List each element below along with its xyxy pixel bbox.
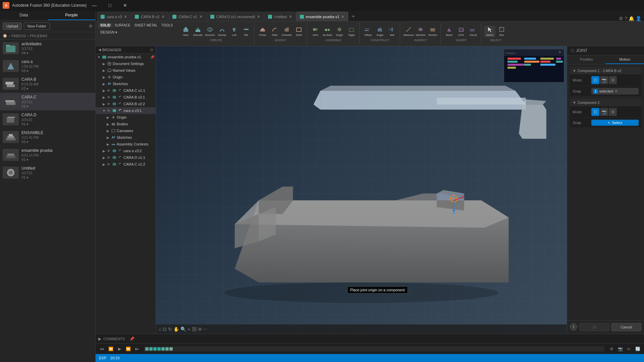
tree-arrow[interactable]: ▶: [102, 88, 106, 93]
tree-item-canvases[interactable]: ▶ Canvases: [96, 127, 156, 134]
tree-item-origin-child[interactable]: ▶ Origin: [96, 114, 156, 121]
tree-item-assembly-contexts[interactable]: ▶ Assembly Contexts: [96, 141, 156, 147]
orbit-btn[interactable]: ↻: [168, 326, 172, 332]
visible-icon[interactable]: 👁: [107, 109, 110, 113]
view-style-btn[interactable]: ⬛: [192, 327, 197, 331]
mode-btn-capture[interactable]: 📷: [600, 76, 608, 84]
tab-close-icon[interactable]: ✕: [124, 14, 127, 19]
data-nav-btn[interactable]: Data: [0, 11, 48, 20]
snap-select-button[interactable]: ↖ Select: [591, 120, 639, 126]
timeline-loop-btn[interactable]: 🔄: [634, 345, 641, 353]
tab-cara-c-v1[interactable]: CARA C v1 ✕: [169, 12, 206, 21]
visible-icon[interactable]: 👁: [107, 163, 110, 166]
tree-arrow[interactable]: ▶: [102, 82, 106, 86]
tree-arrow[interactable]: ▶: [102, 62, 106, 66]
tree-arrow[interactable]: ▶: [102, 75, 106, 79]
visible-icon[interactable]: 👁: [107, 96, 110, 99]
press-pull-btn[interactable]: Press: [257, 26, 268, 37]
chamfer-btn[interactable]: Chamfer: [281, 26, 292, 37]
timeline-next-btn[interactable]: ⏩: [124, 345, 132, 353]
interference-btn[interactable]: Interfere: [415, 26, 426, 37]
measure-btn[interactable]: Measure: [403, 26, 414, 37]
ribbon-tab-solid[interactable]: SOLID: [98, 23, 113, 28]
browser-collapse-icon[interactable]: ◀: [98, 48, 101, 52]
tab-close-icon[interactable]: ✕: [289, 14, 292, 19]
maximize-button[interactable]: □: [102, 0, 117, 11]
timeline-forward-btn[interactable]: ⏭: [133, 345, 141, 353]
list-item[interactable]: Untitled 3/17/21 V1 ▾: [0, 164, 95, 182]
midplane-btn[interactable]: Mid: [386, 26, 398, 37]
fit-view-btn[interactable]: ⊡: [163, 326, 167, 332]
tree-item-cara-a-v3-2[interactable]: ▶ 👁 cara a v3:2: [96, 147, 156, 154]
collapse-icon[interactable]: ▼: [573, 69, 576, 73]
upload-button[interactable]: Upload: [3, 22, 22, 30]
offset-plane-btn[interactable]: Offset: [362, 26, 374, 37]
tree-item-cara-d-v1-1[interactable]: ▶ 👁 CARA D v1:1: [96, 154, 156, 161]
timeline-track[interactable]: [144, 346, 604, 352]
tree-arrow[interactable]: ▶: [102, 162, 106, 166]
zoom-btn[interactable]: 🔍: [180, 326, 186, 332]
timeline-settings-btn[interactable]: ⚙: [608, 345, 615, 353]
list-item[interactable]: ENSAMBLE 3:21:42 PM V5 ▾: [0, 128, 95, 146]
new-tab-button[interactable]: +: [348, 12, 358, 21]
list-item[interactable]: ensamble prueba 8:01:14 PM V1 ▾: [0, 146, 95, 164]
breadcrumb-pruebas[interactable]: PRUEBAS: [30, 34, 48, 38]
revolve-btn[interactable]: Revolve: [204, 26, 216, 37]
list-item[interactable]: cara a 2:56:02 PM V3 ▾: [0, 57, 95, 75]
tree-arrow[interactable]: ▶: [102, 102, 106, 106]
list-item[interactable]: CARA C 3/27/21 V1 ▾: [0, 93, 95, 111]
decal-btn[interactable]: Decal: [468, 26, 479, 37]
tree-item-sketches[interactable]: ▶ Sketches: [96, 80, 156, 87]
tree-arrow[interactable]: ▶: [102, 68, 106, 72]
joint-tab-position[interactable]: Position: [567, 55, 606, 64]
notifications-icon[interactable]: 🔔: [629, 16, 634, 21]
tab-close-icon[interactable]: ✕: [199, 14, 203, 19]
pan-btn[interactable]: ✋: [173, 326, 179, 332]
tab-close-icon[interactable]: ✕: [257, 14, 260, 19]
minimize-button[interactable]: —: [87, 0, 102, 11]
tree-arrow[interactable]: ▶: [106, 129, 110, 133]
tree-arrow[interactable]: ▶: [106, 135, 110, 139]
visible-icon[interactable]: 👁: [107, 89, 110, 93]
info-button[interactable]: ℹ: [570, 323, 577, 330]
minimap[interactable]: Timeline: [504, 49, 564, 82]
tab-cara-b-v2[interactable]: CARA B v2 ✕: [131, 12, 168, 21]
browser-expand-icon[interactable]: ⊡: [150, 48, 153, 52]
collapse-icon-2[interactable]: ▼: [573, 101, 576, 105]
mode-btn-settings[interactable]: ⚙: [609, 76, 617, 84]
loft-btn[interactable]: Loft: [228, 26, 240, 37]
tree-item-cara-c-v1-1[interactable]: ▶ 👁 CARA C v1:1: [96, 87, 156, 94]
joint-tab-motion[interactable]: Motion: [606, 55, 644, 64]
settings-icon[interactable]: ⚙: [89, 24, 93, 28]
tab-untitled[interactable]: Untitled ✕: [264, 12, 296, 21]
tree-item-named-views[interactable]: ▶ Named Views: [96, 67, 156, 74]
ribbon-tab-tools[interactable]: TOOLS: [159, 23, 175, 28]
tree-item-cara-b-v2-1[interactable]: ▶ 👁 CARA B v2:1: [96, 94, 156, 101]
mode-btn-capture-2[interactable]: 📷: [600, 108, 608, 116]
tree-arrow-root[interactable]: ▼: [97, 55, 101, 59]
tab-close-icon[interactable]: ✕: [161, 14, 165, 19]
tab-close-icon[interactable]: ✕: [341, 14, 344, 19]
tree-arrow[interactable]: ▶: [106, 142, 110, 146]
mode-btn-rigid[interactable]: ⬡: [591, 76, 599, 84]
timeline-camera-btn[interactable]: 📷: [616, 345, 624, 353]
comments-expand-icon[interactable]: ▶: [98, 337, 101, 341]
tree-item-origin[interactable]: ▶ Origin: [96, 74, 156, 80]
close-button[interactable]: ✕: [117, 0, 133, 11]
visible-icon[interactable]: 👁: [107, 149, 110, 153]
tree-arrow[interactable]: ▶: [102, 95, 106, 99]
rib-btn[interactable]: Rib: [240, 26, 252, 37]
select-btn[interactable]: Select: [484, 26, 495, 37]
snap-clear-btn[interactable]: ✕: [614, 89, 618, 94]
tab-cara-a-v3[interactable]: cara a v3 ✕: [97, 12, 131, 21]
home-view-btn[interactable]: ⌂: [159, 326, 161, 332]
cancel-button[interactable]: Cancel: [611, 323, 642, 331]
people-nav-btn[interactable]: People: [48, 11, 95, 20]
joint-origin-btn[interactable]: Origin: [334, 26, 345, 37]
display-settings-btn[interactable]: ⋯: [203, 327, 207, 331]
account-icon[interactable]: 👤: [636, 16, 641, 21]
visible-icon[interactable]: 👁: [107, 156, 110, 160]
new-folder-button[interactable]: New Folder: [24, 22, 50, 30]
shell-btn[interactable]: Shell: [293, 26, 305, 37]
tree-arrow[interactable]: ▼: [102, 109, 106, 113]
